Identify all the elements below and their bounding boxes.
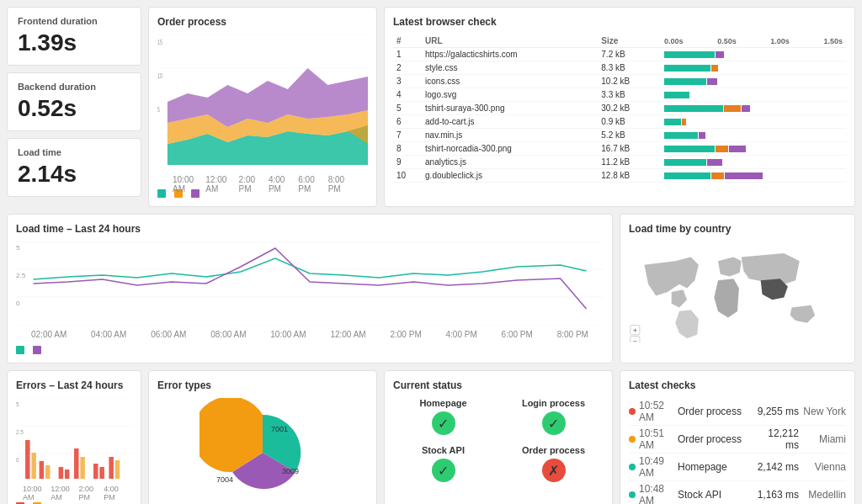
row-num: 9 bbox=[393, 156, 422, 169]
order-process-title: Order process bbox=[157, 16, 368, 28]
lt-x8: 4:00 PM bbox=[446, 330, 477, 339]
lt-legend-teal bbox=[16, 346, 24, 354]
row-url: icons.css bbox=[422, 75, 598, 88]
lt-x2: 04:00 AM bbox=[91, 330, 126, 339]
current-status-card: Current status Homepage ✓ Login process … bbox=[384, 370, 613, 504]
check-city: Miami bbox=[802, 433, 846, 445]
row-size: 12.8 kB bbox=[598, 169, 661, 183]
col-bar: 0.00s0.50s1.00s1.50s bbox=[661, 34, 846, 48]
svg-text:0: 0 bbox=[16, 457, 19, 463]
country-map-title: Load time by country bbox=[629, 223, 846, 235]
lt-x3: 06:00 AM bbox=[151, 330, 186, 339]
load-time-svg: 5 2.5 0 bbox=[16, 241, 604, 326]
browser-table-row: 8 tshirt-norcadia-300.png 16.7 kB bbox=[393, 142, 846, 156]
row-bars bbox=[661, 88, 846, 102]
check-status-dot bbox=[629, 464, 636, 470]
check-city: Medellin bbox=[802, 489, 846, 501]
order-process-chart: 15 10 5 bbox=[157, 34, 368, 169]
col-url: URL bbox=[422, 34, 598, 48]
status-order-label: Order process bbox=[522, 445, 585, 455]
row-size: 0.9 kB bbox=[598, 115, 661, 129]
check-row: 10:51 AM Order process 12,212 ms Miami bbox=[629, 426, 846, 454]
latest-checks-title: Latest checks bbox=[629, 379, 846, 391]
errors-svg: 5 2.5 0 bbox=[16, 398, 132, 482]
check-row: 10:52 AM Order process 9,255 ms New York bbox=[629, 398, 846, 426]
check-ms: 1,163 ms bbox=[755, 489, 799, 501]
check-city: New York bbox=[802, 406, 846, 417]
browser-table-row: 4 logo.svg 3.3 kB bbox=[393, 88, 846, 102]
svg-rect-36 bbox=[99, 467, 104, 479]
check-name: Stock API bbox=[678, 489, 752, 501]
row-bars bbox=[661, 142, 846, 156]
lt-x10: 8:00 PM bbox=[557, 330, 588, 339]
country-map-card: Load time by country bbox=[620, 214, 855, 363]
x-label-1: 10:00 AM bbox=[173, 175, 200, 194]
svg-text:10: 10 bbox=[157, 71, 162, 80]
check-row: 10:49 AM Homepage 2,142 ms Vienna bbox=[629, 454, 846, 481]
x-label-4: 4:00 PM bbox=[269, 175, 293, 194]
latest-checks-list: 10:52 AM Order process 9,255 ms New York… bbox=[629, 398, 846, 504]
x-label-5: 6:00 PM bbox=[298, 175, 322, 194]
svg-text:2.5: 2.5 bbox=[16, 429, 24, 435]
svg-text:+: + bbox=[633, 326, 637, 335]
browser-table-row: 10 g.doubleclick.js 12.8 kB bbox=[393, 169, 846, 183]
svg-text:15: 15 bbox=[157, 37, 162, 46]
err-x1: 10:00 AM bbox=[23, 485, 47, 501]
status-login-label: Login process bbox=[522, 398, 585, 408]
row-bars bbox=[661, 61, 846, 75]
lt-x4: 08:00 AM bbox=[210, 330, 246, 339]
svg-rect-29 bbox=[40, 461, 45, 479]
error-types-card: Error types 7001 3009 7004 bbox=[148, 370, 377, 504]
lt-x5: 10:00 AM bbox=[270, 330, 306, 339]
svg-text:2.5: 2.5 bbox=[16, 272, 26, 279]
check-time: 10:48 AM bbox=[639, 483, 674, 504]
browser-table-row: 1 https://galacticshirts.com 7.2 kB bbox=[393, 48, 846, 61]
error-types-title: Error types bbox=[157, 379, 368, 391]
svg-text:0: 0 bbox=[16, 300, 20, 307]
backend-duration-card: Backend duration 0.52s bbox=[7, 72, 141, 131]
row-num: 7 bbox=[393, 129, 422, 142]
latest-checks-card: Latest checks 10:52 AM Order process 9,2… bbox=[620, 370, 855, 504]
lt-x1: 02:00 AM bbox=[31, 330, 67, 339]
err-x2: 12:00 AM bbox=[51, 485, 75, 501]
row-num: 10 bbox=[393, 169, 422, 183]
svg-rect-38 bbox=[115, 460, 120, 479]
row-size: 30.2 kB bbox=[598, 102, 661, 115]
row-url: nav.min.js bbox=[422, 129, 598, 142]
browser-table-row: 6 add-to-cart.js 0.9 kB bbox=[393, 115, 846, 129]
svg-rect-27 bbox=[25, 440, 30, 479]
check-row: 10:48 AM Stock API 1,163 ms Medellin bbox=[629, 481, 846, 504]
row-url: g.doubleclick.js bbox=[422, 169, 598, 183]
col-num: # bbox=[393, 34, 422, 48]
status-homepage-label: Homepage bbox=[419, 398, 466, 408]
browser-check-table: # URL Size 0.00s0.50s1.00s1.50s 1 https:… bbox=[393, 34, 846, 183]
load-time-value: 2.14s bbox=[18, 161, 130, 188]
status-stock-label: Stock API bbox=[422, 445, 465, 455]
status-login-icon: ✓ bbox=[542, 411, 566, 435]
load-time-card: Load time 2.14s bbox=[7, 138, 141, 197]
status-order-icon: ✗ bbox=[542, 459, 566, 482]
lt-x9: 6:00 PM bbox=[502, 330, 533, 339]
row-num: 3 bbox=[393, 75, 422, 88]
status-homepage-icon: ✓ bbox=[432, 411, 455, 435]
row-bars bbox=[661, 169, 846, 183]
svg-rect-34 bbox=[80, 457, 85, 479]
status-homepage: Homepage ✓ bbox=[393, 398, 493, 435]
row-num: 6 bbox=[393, 115, 422, 129]
row-num: 1 bbox=[393, 48, 422, 61]
row-num: 5 bbox=[393, 102, 422, 115]
browser-table-row: 7 nav.min.js 5.2 kB bbox=[393, 129, 846, 142]
lt-x6: 12:00 AM bbox=[330, 330, 365, 339]
row-url: https://galacticshirts.com bbox=[422, 48, 598, 61]
check-status-dot bbox=[629, 491, 636, 498]
check-name: Homepage bbox=[678, 461, 752, 473]
svg-rect-30 bbox=[45, 465, 51, 479]
lt-x7: 2:00 PM bbox=[390, 330, 421, 339]
check-ms: 2,142 ms bbox=[755, 461, 799, 473]
row-url: analytics.js bbox=[422, 156, 598, 169]
svg-rect-28 bbox=[31, 453, 36, 479]
current-status-title: Current status bbox=[393, 379, 604, 391]
frontend-duration-value: 1.39s bbox=[18, 29, 130, 56]
check-ms: 12,212 ms bbox=[755, 427, 799, 451]
errors-card: Errors – Last 24 hours 5 2.5 0 bbox=[7, 370, 141, 504]
